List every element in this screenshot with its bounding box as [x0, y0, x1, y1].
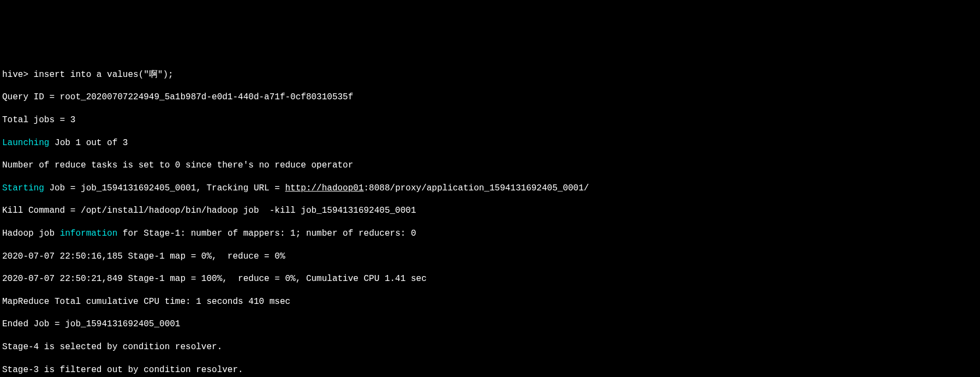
progress-line-2: 2020-07-07 22:50:21,849 Stage-1 map = 10…: [2, 273, 978, 285]
kill-command-line: Kill Command = /opt/install/hadoop/bin/h…: [2, 205, 978, 217]
hadoop-job-rest: for Stage-1: number of mappers: 1; numbe…: [117, 229, 416, 238]
hive-prompt-line: hive> insert into a values("啊");: [2, 69, 978, 81]
starting-tail-text: :8088/proxy/application_1594131692405_00…: [364, 183, 589, 193]
information-keyword: information: [60, 229, 118, 238]
launching-text: Job 1 out of 3: [49, 138, 128, 148]
starting-mid-text: Job = job_1594131692405_0001, Tracking U…: [44, 183, 285, 193]
total-jobs-line: Total jobs = 3: [2, 115, 978, 126]
starting-keyword: Starting: [2, 183, 44, 193]
reduce-tasks-line: Number of reduce tasks is set to 0 since…: [2, 160, 978, 171]
hadoop-job-pre: Hadoop job: [2, 229, 60, 238]
ended-job-line: Ended Job = job_1594131692405_0001: [2, 319, 978, 330]
hadoop-job-line: Hadoop job information for Stage-1: numb…: [2, 228, 978, 240]
tracking-url: http://hadoop01: [285, 183, 363, 193]
stage3-line: Stage-3 is filtered out by condition res…: [2, 364, 978, 376]
launching-line: Launching Job 1 out of 3: [2, 137, 978, 149]
launching-keyword: Launching: [2, 138, 49, 148]
sql-command: insert into a values("啊");: [34, 70, 174, 80]
terminal-output[interactable]: hive> insert into a values("啊"); Query I…: [0, 57, 980, 377]
mapreduce-total-line: MapReduce Total cumulative CPU time: 1 s…: [2, 296, 978, 308]
stage4-line: Stage-4 is selected by condition resolve…: [2, 342, 978, 353]
progress-line-1: 2020-07-07 22:50:16,185 Stage-1 map = 0%…: [2, 251, 978, 262]
starting-line: Starting Job = job_1594131692405_0001, T…: [2, 183, 978, 194]
hive-prompt: hive>: [2, 70, 34, 80]
query-id-line: Query ID = root_20200707224949_5a1b987d-…: [2, 92, 978, 103]
